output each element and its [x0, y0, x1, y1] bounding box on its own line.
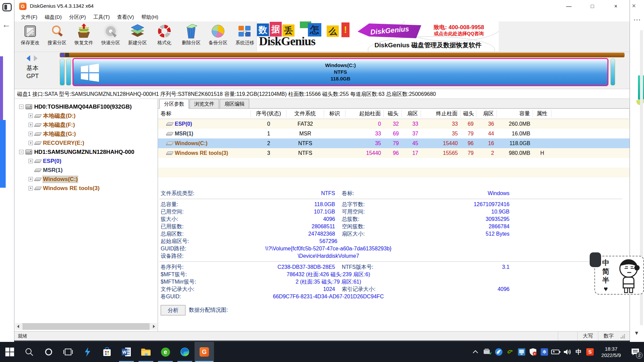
tray-intel-graphics[interactable]	[516, 342, 527, 362]
col-end-head[interactable]: 磁头	[461, 110, 476, 117]
menu-help[interactable]: 帮助(H)	[138, 13, 162, 21]
quick-partition-button[interactable]: 快速分区	[98, 22, 124, 51]
app-diskgenius-active[interactable]: G	[195, 342, 214, 362]
msr-partition-bar[interactable]	[66, 59, 71, 85]
scroll-right-button[interactable]	[150, 323, 157, 330]
action-center-button[interactable]: 2	[627, 342, 644, 362]
expand-icon[interactable]: +	[29, 186, 33, 190]
sidebar-tab-icon[interactable]	[2, 3, 12, 11]
tree-item-hd0[interactable]: − HD0:TOSHIBAMQ04ABF100(932GB)	[14, 102, 158, 111]
taskbar-clock[interactable]: 18:37 2022/5/9	[596, 346, 627, 358]
collapse-icon[interactable]: −	[19, 105, 23, 109]
prev-disk-arrow-icon[interactable]	[26, 55, 30, 61]
tray-volume[interactable]	[561, 342, 573, 362]
tray-snowflake-app[interactable]: ✻	[539, 342, 550, 362]
table-row-esp[interactable]: ESP(0) 0 FAT32 0 32 33 33 69 36 260.0MB	[158, 119, 630, 129]
tray-battery[interactable]	[550, 342, 561, 362]
col-start-head[interactable]: 磁头	[384, 110, 401, 117]
tree-item-local-d[interactable]: + 本地磁盘(D:)	[14, 111, 158, 120]
tree-item-windows-c[interactable]: + Windows(C:)	[14, 175, 158, 184]
tray-sogou[interactable]: S	[584, 342, 596, 362]
app-edge[interactable]	[175, 342, 195, 362]
resize-grip[interactable]	[620, 334, 625, 339]
tray-messenger[interactable]	[493, 342, 504, 362]
menu-file[interactable]: 文件(F)	[17, 13, 41, 21]
scrollbar-thumb[interactable]	[22, 323, 150, 330]
expand-icon[interactable]: +	[29, 132, 33, 136]
expand-icon[interactable]: +	[29, 141, 33, 145]
search-button[interactable]	[19, 342, 39, 362]
col-start-cyl[interactable]: 起始柱面	[345, 110, 384, 117]
expand-icon[interactable]: +	[29, 177, 33, 181]
tree-item-local-g[interactable]: + 本地磁盘(G:)	[14, 129, 158, 138]
app-360-browser[interactable]: e	[156, 342, 175, 362]
new-partition-button[interactable]: 新建分区	[124, 22, 151, 51]
background-close-icon[interactable]: ×	[632, 2, 636, 10]
tree-horizontal-scrollbar[interactable]	[15, 323, 157, 330]
app-word[interactable]: W	[117, 342, 136, 362]
expand-icon[interactable]: +	[29, 123, 33, 127]
table-row-msr[interactable]: MSR(1) 1 MSR 33 69 37 35 79 44 16.0MB	[158, 129, 630, 138]
tray-ime-indicator[interactable]: 中	[573, 342, 584, 362]
search-partition-button[interactable]: 搜索分区	[44, 22, 70, 51]
save-changes-button[interactable]: 保存更改	[17, 22, 43, 51]
re-tools-partition-bar[interactable]	[610, 59, 615, 85]
col-tag[interactable]: 标识	[324, 110, 345, 117]
tab-browse-files[interactable]: 浏览文件	[190, 99, 219, 108]
tray-nvidia[interactable]	[504, 342, 516, 362]
col-start-sector[interactable]: 扇区	[401, 110, 421, 117]
tray-defender[interactable]: ✕	[527, 342, 539, 362]
col-capacity[interactable]: 容量	[497, 110, 533, 117]
banner-ad[interactable]: 数 据 丢 怎 么 ! DiskGenius DiskGenius 致电: 40…	[257, 21, 499, 51]
disk-strip[interactable]	[60, 53, 625, 57]
tree-item-msr[interactable]: MSR(1)	[14, 166, 158, 175]
delete-partition-button[interactable]: 删除分区	[178, 22, 204, 51]
collapse-icon[interactable]: −	[19, 150, 23, 154]
task-view-button[interactable]	[58, 342, 78, 362]
tray-update-ok[interactable]: ✓	[482, 342, 493, 362]
col-end-cyl[interactable]: 终止柱面	[421, 110, 461, 117]
col-index[interactable]: 序号(状态)	[251, 110, 286, 117]
menu-partition[interactable]: 分区(P)	[65, 13, 90, 21]
col-end-sector[interactable]: 扇区	[476, 110, 497, 117]
table-row-windows-re[interactable]: Windows RE tools(3) 3 NTFS 15440 96 17 1…	[158, 148, 630, 158]
maximize-button[interactable]: □	[585, 0, 600, 13]
format-button[interactable]: 格式化	[151, 22, 177, 51]
recover-files-button[interactable]: 恢复文件	[71, 22, 97, 51]
tab-sector-edit[interactable]: 扇区编辑	[220, 99, 249, 108]
system-migrate-button[interactable]: 系统迁移	[232, 22, 258, 51]
scroll-left-button[interactable]	[15, 323, 22, 330]
app-lightning[interactable]	[78, 342, 97, 362]
expand-icon[interactable]: +	[29, 114, 33, 118]
close-button[interactable]: ×	[608, 0, 624, 13]
banner-qq-link[interactable]: 或点击此处选择QQ咨询	[420, 31, 497, 37]
more-options-icon[interactable]: ⋯	[633, 15, 640, 24]
tree-item-hd1[interactable]: − HD1:SAMSUNGMZNLN128HAHQ-000	[14, 147, 158, 157]
tree-item-esp[interactable]: + ESP(0)	[14, 157, 158, 166]
cortana-button[interactable]	[39, 342, 58, 362]
minimize-button[interactable]: —	[561, 0, 577, 13]
col-attr[interactable]: 属性	[533, 110, 551, 117]
tree-item-recovery-e[interactable]: + RECOVERY(E:)	[14, 138, 158, 147]
next-disk-arrow-icon[interactable]	[34, 55, 38, 61]
caret-down-icon[interactable]: ▼	[634, 330, 639, 336]
esp-partition-bar[interactable]	[60, 59, 65, 85]
expand-icon[interactable]: +	[29, 159, 33, 163]
tray-expand-chevron[interactable]	[470, 342, 482, 362]
back-arrow-icon[interactable]: ←	[2, 19, 11, 30]
menu-view[interactable]: 查看(V)	[113, 13, 138, 21]
menu-disk[interactable]: 磁盘(D)	[41, 13, 65, 21]
tree-item-windows-re[interactable]: + Windows RE tools(3)	[14, 184, 158, 193]
app-file-explorer[interactable]	[136, 342, 156, 362]
table-row-windows-selected[interactable]: Windows(C:) 2 NTFS 35 79 45 15440 96 16 …	[158, 138, 630, 148]
analyze-button[interactable]: 分析	[161, 305, 185, 315]
col-filesystem[interactable]: 文件系统	[286, 110, 324, 117]
windows-partition-bar[interactable]: Windows(C:) NTFS 118.0GB	[72, 58, 608, 86]
start-button[interactable]	[0, 342, 19, 362]
app-store[interactable]	[97, 342, 117, 362]
backup-partition-button[interactable]: 备份分区	[205, 22, 231, 51]
menu-tools[interactable]: 工具(T)	[90, 13, 113, 21]
tab-partition-params[interactable]: 分区参数	[159, 99, 189, 109]
tree-item-local-f[interactable]: + 本地磁盘(F:)	[14, 120, 158, 129]
col-volume[interactable]: 卷标	[158, 110, 251, 117]
